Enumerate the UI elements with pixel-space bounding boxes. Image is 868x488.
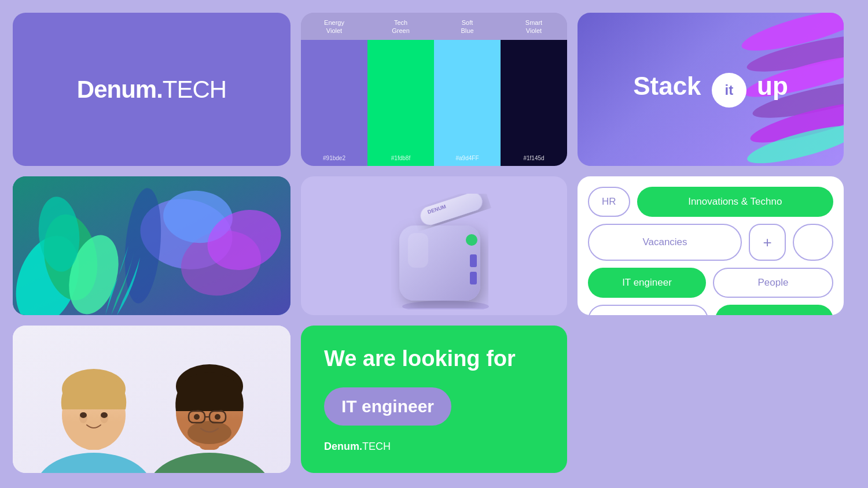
tags-row-2: Vacancies + [588,224,833,261]
tag-plus[interactable]: + [749,224,786,261]
palette-bars: #91bde2 #1fdb8f #a9d4FF #1f145d [301,40,567,166]
palette-bar-tech: #1fdb8f [367,40,434,166]
palette-labels: EnergyViolet TechGreen SoftBlue SmartVio… [301,13,567,40]
tag-nex-step[interactable]: Nex step [588,305,708,315]
main-grid: Denum.TECH EnergyViolet TechGreen SoftBl… [0,0,868,488]
tags-row-4: Nex step Ethics [588,305,833,315]
abstract-card [13,176,290,315]
palette-hex-1: #91bde2 [323,155,345,161]
svg-point-32 [101,412,108,418]
svg-point-44 [215,414,220,420]
tag-it-engineer[interactable]: IT engineer [588,268,706,298]
brand-light: TECH [163,76,226,103]
stack-after: up [757,72,788,100]
tag-innovations[interactable]: Innovations & Techno [637,187,833,217]
palette-label-1: EnergyViolet [301,19,367,35]
palette-label-2: TechGreen [367,19,434,35]
stack-card: Stack it up [578,13,844,166]
footer-brand-light: TECH [362,441,391,452]
looking-footer: Denum.TECH [324,441,544,453]
palette-bar-smart: #1f145d [501,40,567,166]
stack-before: Stack [633,72,701,100]
svg-rect-21 [470,254,477,267]
svg-point-20 [466,234,477,246]
palette-label-3: SoftBlue [434,19,501,35]
looking-badge: IT engineer [324,387,451,426]
footer-brand-bold: Denum. [324,441,362,452]
tag-empty[interactable] [793,224,833,261]
svg-rect-23 [408,233,428,268]
palette-card: EnergyViolet TechGreen SoftBlue SmartVio… [301,13,567,166]
people-svg [13,326,290,473]
tag-people[interactable]: People [713,268,833,298]
brand-logo: Denum.TECH [77,76,226,103]
palette-hex-3: #a9d4FF [455,155,479,161]
svg-point-31 [80,412,87,418]
palette-bar-soft: #a9d4FF [434,40,501,166]
logo-card: Denum.TECH [13,13,290,166]
svg-rect-22 [470,272,477,284]
tag-ethics[interactable]: Ethics [715,305,833,315]
product-svg: DENUM [376,194,515,309]
palette-bar-energy: #91bde2 [301,40,367,166]
svg-rect-24 [13,326,290,473]
abstract-svg [13,176,290,315]
palette-label-4: SmartViolet [501,19,567,35]
product-card: DENUM [301,176,567,315]
brand-bold: Denum. [77,76,163,103]
stack-highlight: it [712,73,746,108]
svg-point-16 [402,301,489,309]
tags-card: HR Innovations & Techno Vacancies + IT e… [578,176,844,315]
svg-point-43 [194,414,200,420]
product-visual: DENUM [376,194,492,298]
looking-card: We are looking for IT engineer Denum.TEC… [301,326,567,473]
palette-hex-2: #1fdb8f [391,155,410,161]
tag-vacancies[interactable]: Vacancies [588,224,742,261]
tags-row-1: HR Innovations & Techno [588,187,833,217]
looking-title: We are looking for [324,346,544,372]
tags-row-3: IT engineer People [588,268,833,298]
palette-hex-4: #1f145d [523,155,544,161]
people-card [13,326,290,473]
stack-title: Stack it up [633,72,788,108]
tag-hr[interactable]: HR [588,187,630,217]
